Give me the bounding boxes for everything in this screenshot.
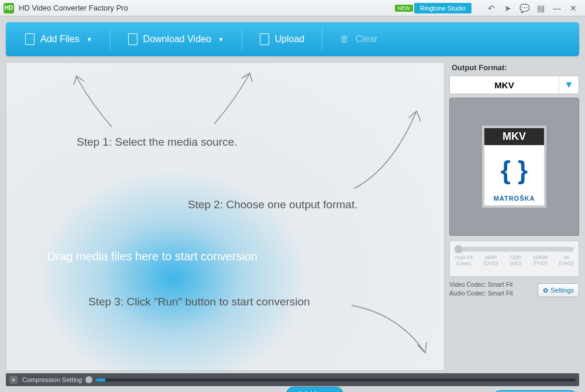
arrow-icon — [205, 66, 270, 130]
download-icon — [128, 33, 137, 45]
codec-info: Video Codec: Smart Fit Audio Codec: Smar… — [449, 280, 534, 297]
settings-button[interactable]: ✿ Settings — [538, 283, 579, 297]
download-video-button[interactable]: Download Video ▼ — [112, 27, 240, 51]
close-compression-icon[interactable]: ✕ — [9, 376, 18, 384]
new-badge: NEW — [395, 5, 413, 12]
app-title: HD Video Converter Factory Pro — [19, 4, 395, 12]
video-codec-text: Video Codec: Smart Fit — [449, 280, 534, 289]
trash-icon: 🗑 — [340, 34, 349, 44]
resolution-option: 1080P(FHD) — [533, 255, 548, 267]
format-value: MKV — [450, 80, 559, 90]
resolution-slider[interactable] — [455, 247, 574, 252]
slider-thumb-icon — [85, 376, 92, 383]
bottom-bar: Output Folder: C:\Users\Downloadsource.n… — [6, 388, 579, 392]
arrow-icon — [346, 297, 433, 361]
format-card-brand: MATROŠKA — [484, 195, 544, 205]
compression-slider[interactable] — [96, 379, 576, 381]
resolution-slider-panel: Auto Fit(User)480P(DVD)720P(HD)1080P(FHD… — [449, 240, 579, 277]
add-file-icon — [25, 33, 35, 45]
upload-icon — [260, 33, 269, 45]
output-format-label: Output Format: — [452, 63, 579, 72]
audio-codec-text: Audio Codec: Smart Fit — [449, 289, 534, 298]
close-icon[interactable]: ✕ — [565, 2, 581, 14]
main-toolbar: Add Files ▼ Download Video ▼ Upload 🗑 Cl… — [6, 22, 579, 56]
drop-canvas[interactable]: Step 1: Select the media source. Step 2:… — [6, 62, 445, 371]
clear-button[interactable]: 🗑 Clear — [324, 27, 394, 51]
format-select[interactable]: MKV ▼ — [449, 75, 579, 94]
upload-button[interactable]: Upload — [243, 27, 321, 51]
arrow-icon — [346, 104, 428, 191]
sidebar: Output Format: MKV ▼ MKV { } MATROŠKA Au… — [449, 62, 579, 371]
resolution-option: Auto Fit(User) — [455, 255, 473, 267]
list-icon[interactable]: ▤ — [532, 2, 549, 14]
add-files-label: Add Files — [40, 34, 80, 44]
upload-label: Upload — [275, 34, 305, 44]
undo-icon[interactable]: ↶ — [483, 2, 500, 14]
settings-label: Settings — [550, 287, 574, 294]
format-card-title: MKV — [484, 128, 544, 145]
step1-text: Step 1: Select the media source. — [77, 136, 238, 149]
gear-icon: ✿ — [543, 287, 548, 294]
resolution-option: 720P(HD) — [510, 255, 522, 267]
compression-bar: ✕ Compression Setting — [6, 373, 579, 386]
step3-text: Step 3: Click "Run" button to start conv… — [88, 295, 310, 308]
titlebar: HD HD Video Converter Factory Pro NEW Ri… — [0, 0, 585, 16]
resolution-option: 4K(UHD) — [559, 255, 574, 267]
app-logo-icon: HD — [4, 3, 14, 13]
clear-label: Clear — [355, 34, 377, 44]
share-icon[interactable]: ➤ — [500, 2, 516, 14]
chat-icon[interactable]: 💬 — [516, 2, 532, 14]
step2-text: Step 2: Choose one output format. — [188, 198, 357, 211]
arrow-icon — [56, 68, 121, 133]
download-video-label: Download Video — [143, 34, 211, 44]
resolution-option: 480P(DVD) — [484, 255, 498, 267]
chevron-down-icon: ▼ — [218, 36, 224, 43]
format-preview: MKV { } MATROŠKA — [449, 98, 579, 236]
resolution-labels: Auto Fit(User)480P(DVD)720P(HD)1080P(FHD… — [455, 255, 574, 267]
chevron-down-icon: ▼ — [559, 76, 579, 94]
minimize-icon[interactable]: — — [549, 2, 565, 14]
drag-hint: Drag media files here to start conversio… — [47, 250, 257, 263]
compression-label: Compression Setting — [22, 376, 82, 383]
merge-button[interactable]: [+] Merge — [286, 387, 344, 392]
matroska-icon: { } — [484, 145, 544, 195]
chevron-down-icon: ▼ — [87, 36, 92, 43]
slider-thumb-icon — [455, 245, 463, 253]
format-card: MKV { } MATROŠKA — [482, 126, 546, 208]
ringtone-studio-button[interactable]: Ringtone Studio — [414, 3, 472, 13]
add-files-button[interactable]: Add Files ▼ — [9, 27, 109, 51]
